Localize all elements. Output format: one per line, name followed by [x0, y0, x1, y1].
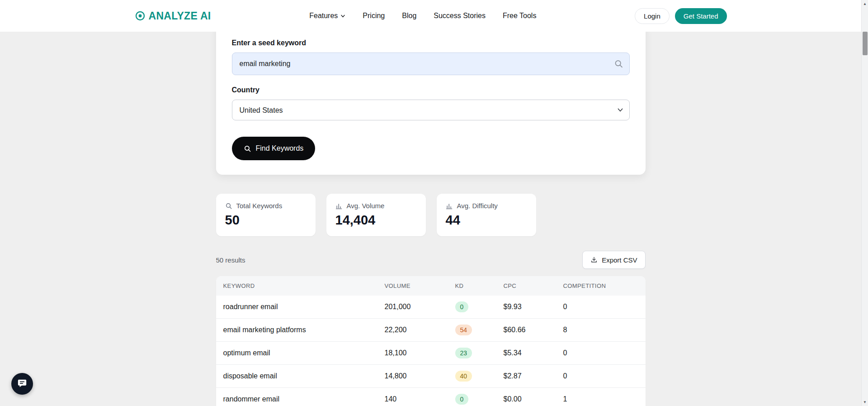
- export-csv-button[interactable]: Export CSV: [582, 251, 645, 269]
- nav-item-free-tools[interactable]: Free Tools: [503, 12, 536, 20]
- page-viewport: Enter a seed keyword Country United Stat…: [0, 0, 861, 406]
- seed-keyword-label: Enter a seed keyword: [232, 39, 630, 47]
- nav-item-blog[interactable]: Blog: [402, 12, 416, 20]
- chat-icon: [17, 379, 27, 389]
- results-bar: 50 results Export CSV: [216, 251, 646, 269]
- logo-text: ANALYZE AI: [149, 10, 211, 22]
- volume-cell: 22,200: [377, 326, 448, 334]
- cpc-cell: $0.00: [496, 395, 556, 403]
- kd-cell: 0: [448, 394, 496, 405]
- column-header-volume: VOLUME: [377, 282, 448, 289]
- stat-label: Total Keywords: [236, 202, 283, 210]
- stat-value: 50: [225, 213, 307, 228]
- competition-cell: 0: [556, 349, 646, 357]
- content-container: Enter a seed keyword Country United Stat…: [216, 0, 646, 406]
- kd-cell: 0: [448, 301, 496, 312]
- keyword-search-card: Enter a seed keyword Country United Stat…: [216, 22, 646, 175]
- volume-cell: 18,100: [377, 349, 448, 357]
- kd-cell: 54: [448, 325, 496, 335]
- stat-value: 44: [446, 213, 527, 228]
- column-header-keyword: KEYWORD: [216, 282, 377, 289]
- results-count: 50 results: [216, 256, 245, 264]
- search-icon: [225, 202, 232, 210]
- competition-cell: 0: [556, 372, 646, 380]
- results-table: KEYWORD VOLUME KD CPC COMPETITION roadru…: [216, 276, 646, 406]
- country-select-wrap: United States: [232, 100, 630, 120]
- volume-cell: 14,800: [377, 372, 448, 380]
- keyword-cell: email marketing platforms: [216, 326, 377, 334]
- table-row: disposable email 14,800 40 $2.87 0: [216, 365, 646, 388]
- seed-keyword-input[interactable]: [232, 53, 630, 75]
- stat-card-avg-volume: Avg. Volume 14,404: [326, 194, 426, 236]
- country-select[interactable]: United States: [232, 100, 630, 120]
- cpc-cell: $60.66: [496, 326, 556, 334]
- bar-chart-icon: [335, 202, 343, 210]
- kd-badge: 40: [455, 371, 472, 382]
- volume-cell: 140: [377, 395, 448, 403]
- keyword-cell: randommer email: [216, 395, 377, 403]
- search-icon: [244, 145, 251, 153]
- column-header-kd: KD: [448, 282, 496, 289]
- stat-label: Avg. Difficulty: [457, 202, 498, 210]
- nav-item-features[interactable]: Features: [309, 12, 345, 20]
- table-row: roadrunner email 201,000 0 $9.93 0: [216, 296, 646, 319]
- stats-row: Total Keywords 50 Avg. Volume 14,404: [216, 194, 646, 236]
- seed-keyword-input-wrap: [232, 53, 630, 75]
- chevron-down-icon: [340, 14, 345, 19]
- find-keywords-label: Find Keywords: [256, 144, 304, 153]
- table-row: optimum email 18,100 23 $5.34 0: [216, 342, 646, 365]
- table-row: randommer email 140 0 $0.00 1: [216, 388, 646, 406]
- table-body: roadrunner email 201,000 0 $9.93 0 email…: [216, 296, 646, 406]
- stat-value: 14,404: [335, 213, 417, 228]
- main-nav: Features Pricing Blog Success Stories Fr…: [211, 12, 635, 20]
- cpc-cell: $2.87: [496, 372, 556, 380]
- chat-widget-button[interactable]: [11, 373, 33, 395]
- table-header-row: KEYWORD VOLUME KD CPC COMPETITION: [216, 276, 646, 296]
- scrollbar-down-arrow[interactable]: ▼: [862, 398, 868, 406]
- country-block: Country United States: [232, 86, 630, 120]
- bar-chart-icon: [446, 202, 453, 210]
- scrollbar-thumb[interactable]: [863, 32, 868, 55]
- cpc-cell: $9.93: [496, 303, 556, 311]
- nav-item-label: Features: [309, 12, 338, 20]
- stat-card-avg-difficulty: Avg. Difficulty 44: [437, 194, 536, 236]
- stat-label: Avg. Volume: [347, 202, 385, 210]
- vertical-scrollbar[interactable]: ▲ ▼: [861, 0, 868, 406]
- find-keywords-button[interactable]: Find Keywords: [232, 137, 316, 160]
- logo[interactable]: ANALYZE AI: [135, 10, 211, 22]
- table-row: email marketing platforms 22,200 54 $60.…: [216, 319, 646, 342]
- column-header-competition: COMPETITION: [556, 282, 646, 289]
- logo-icon: [135, 10, 146, 21]
- keyword-cell: roadrunner email: [216, 303, 377, 311]
- stat-card-total-keywords: Total Keywords 50: [216, 194, 316, 236]
- competition-cell: 8: [556, 326, 646, 334]
- login-button[interactable]: Login: [635, 8, 670, 24]
- download-icon: [590, 256, 598, 263]
- nav-item-label: Free Tools: [503, 12, 536, 20]
- volume-cell: 201,000: [377, 303, 448, 311]
- nav-item-label: Pricing: [363, 12, 385, 20]
- column-header-cpc: CPC: [496, 282, 556, 289]
- auth-buttons: Login Get Started: [635, 8, 726, 24]
- cpc-cell: $5.34: [496, 349, 556, 357]
- kd-cell: 40: [448, 371, 496, 382]
- keyword-cell: optimum email: [216, 349, 377, 357]
- kd-badge: 54: [455, 325, 472, 335]
- nav-item-success-stories[interactable]: Success Stories: [434, 12, 486, 20]
- kd-badge: 0: [455, 301, 469, 312]
- competition-cell: 0: [556, 303, 646, 311]
- kd-cell: 23: [448, 348, 496, 358]
- get-started-button[interactable]: Get Started: [675, 8, 727, 24]
- scrollbar-up-arrow[interactable]: ▲: [862, 0, 868, 8]
- top-navigation-bar: ANALYZE AI Features Pricing Blog Success…: [0, 0, 861, 32]
- kd-badge: 0: [455, 394, 469, 405]
- nav-item-pricing[interactable]: Pricing: [363, 12, 385, 20]
- competition-cell: 1: [556, 395, 646, 403]
- country-label: Country: [232, 86, 630, 94]
- search-icon: [614, 59, 623, 69]
- export-csv-label: Export CSV: [602, 256, 637, 264]
- nav-item-label: Blog: [402, 12, 416, 20]
- kd-badge: 23: [455, 348, 472, 358]
- nav-item-label: Success Stories: [434, 12, 486, 20]
- main-content: Enter a seed keyword Country United Stat…: [0, 0, 861, 406]
